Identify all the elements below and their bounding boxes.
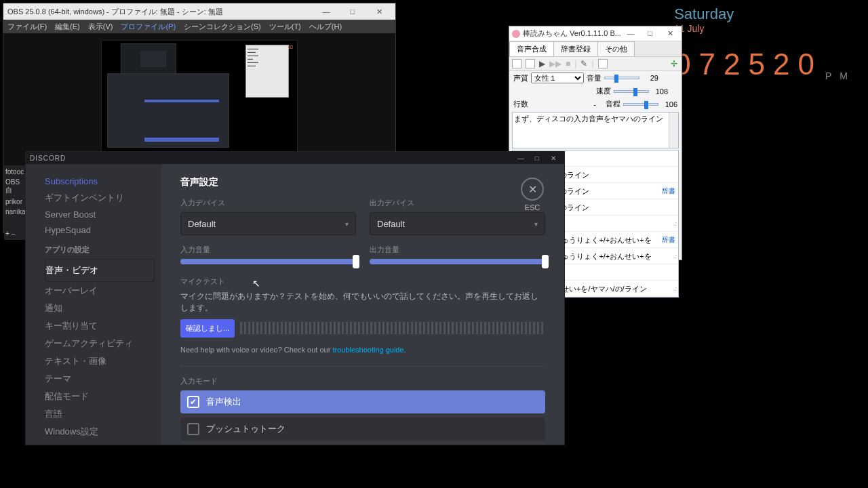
mic-test-button[interactable]: 確認しまし... (180, 319, 235, 338)
speed-value: 108 (652, 87, 668, 96)
sidebar-item[interactable]: ゲームアクティビティ (45, 335, 155, 352)
mic-level-meter (240, 322, 545, 334)
input-mode-voice-activity[interactable]: ✔ 音声検出 (180, 390, 545, 413)
obs-preview: 07 25 20 ▬▬▬▬▬▬▬▬▬▬▬▬▬▬▬▬▬▬▬▬ (101, 40, 298, 155)
obs-sources-list[interactable]: fotooc OBS自 prikor nanika + – (4, 165, 26, 240)
bouyomi-textarea[interactable]: まず、ディスコの入力音声をヤマハのライン (512, 112, 679, 148)
play-icon[interactable]: ▶ (539, 59, 545, 68)
close-icon[interactable]: ✕ (521, 178, 544, 201)
mic-test-label: マイクテスト (180, 277, 545, 287)
input-mode-push-to-talk[interactable]: プッシュトゥトーク (180, 418, 545, 441)
sidebar-item[interactable]: オーバーレイ (45, 282, 155, 300)
discord-titlebar[interactable]: DISCORD — □ ✕ (26, 152, 564, 164)
toolbar-icon[interactable] (526, 59, 535, 68)
toolbar-icon[interactable] (598, 59, 608, 68)
obs-source-item[interactable]: nanika (5, 208, 24, 216)
sidebar-item[interactable]: ギフトインベントリ (45, 189, 155, 207)
volume-label: 音量 (587, 73, 601, 83)
volume-value: 29 (642, 74, 658, 82)
input-device-select[interactable]: Default▾ (180, 212, 356, 235)
obs-close-button[interactable]: ✕ (367, 7, 391, 16)
chevron-down-icon: ▾ (345, 220, 349, 228)
speed-label: 速度 (596, 86, 611, 96)
tab-voice-synth[interactable]: 音声合成 (509, 41, 554, 56)
input-mode-label: 入力モード (180, 376, 545, 386)
sidebar-item[interactable]: Windows設定 (45, 423, 155, 441)
obs-menu-file[interactable]: ファイル(F) (7, 22, 47, 32)
edit-icon[interactable]: ✎ (580, 59, 587, 68)
tab-dictionary[interactable]: 辞書登録 (553, 41, 598, 56)
bouyomi-max-button[interactable]: □ (642, 29, 659, 37)
bouyomi-close-button[interactable]: ✕ (661, 29, 679, 38)
page-title: 音声設定 (180, 176, 545, 188)
obs-source-item[interactable]: OBS自 (5, 178, 24, 195)
voice-label: 声質 (513, 73, 528, 83)
obs-menu-profile[interactable]: プロファイル(P) (121, 22, 176, 32)
sidebar-item[interactable]: 通知 (45, 300, 155, 317)
clock-s: 20 (773, 47, 823, 81)
sidebar-item[interactable]: 配信モード (45, 388, 155, 405)
input-volume-label: 入力音量 (180, 245, 356, 255)
help-text: Need help with voice or video? Check out… (180, 346, 545, 354)
dict-link[interactable]: 辞書 (662, 184, 675, 198)
sidebar-item-voice[interactable]: 音声・ビデオ (45, 259, 155, 282)
bouyomi-min-button[interactable]: — (622, 29, 639, 37)
obs-menu-edit[interactable]: 編集(E) (55, 22, 80, 32)
settings-close[interactable]: ✕ ESC (521, 178, 544, 211)
toolbar-icon[interactable] (512, 59, 521, 68)
obs-add-source-button[interactable]: + (5, 230, 9, 237)
bouyomi-title-text: 棒読みちゃん Ver0.1.11.0 B... (523, 28, 621, 39)
scrollbar[interactable] (669, 113, 678, 148)
clock-date: 11 July (674, 23, 856, 34)
mic-test-desc: マイクに問題がありますか？テストを始め、何でもいいので話してください。声を再生し… (180, 291, 545, 314)
obs-max-button[interactable]: □ (340, 7, 365, 16)
obs-menubar: ファイル(F) 編集(E) 表示(V) プロファイル(P) シーンコレクション(… (3, 20, 395, 33)
obs-source-item[interactable]: prikor (5, 198, 24, 205)
refresh-icon[interactable]: ✢ (669, 59, 679, 68)
bouyomi-tabs: 音声合成 辞書登録 その他 (509, 41, 682, 56)
discord-close-button[interactable]: ✕ (547, 155, 560, 162)
obs-menu-scenes[interactable]: シーンコレクション(S) (184, 22, 261, 32)
sidebar-item[interactable]: Server Boost (45, 207, 155, 222)
sidebar-item[interactable]: キー割り当て (45, 317, 155, 335)
sidebar-item[interactable]: 言語 (45, 405, 155, 423)
checkbox-checked-icon: ✔ (187, 396, 199, 408)
discord-title-text: DISCORD (30, 155, 66, 162)
pitch-value: 106 (661, 100, 677, 108)
discord-max-button[interactable]: □ (530, 155, 544, 162)
stop-icon[interactable]: ■ (566, 59, 570, 68)
speed-slider[interactable] (614, 90, 649, 93)
voice-select[interactable]: 女性１ (531, 73, 584, 83)
bouyomi-titlebar[interactable]: 棒読みちゃん Ver0.1.11.0 B... — □ ✕ (509, 26, 682, 41)
tab-other[interactable]: その他 (597, 41, 635, 56)
troubleshooting-link[interactable]: troubleshooting guide (332, 346, 403, 354)
settings-main: ✕ ESC 音声設定 入力デバイス Default▾ 出力デバイス Defaul… (161, 164, 564, 445)
output-volume-slider[interactable] (370, 259, 545, 264)
obs-titlebar[interactable]: OBS 25.0.8 (64-bit, windows) - プロファイル: 無… (3, 3, 395, 20)
obs-remove-source-button[interactable]: – (12, 230, 16, 237)
sidebar-item[interactable]: HypeSquad (45, 222, 155, 238)
obs-min-button[interactable]: — (314, 7, 338, 16)
sidebar-subscriptions[interactable]: Subscriptions (45, 174, 155, 189)
obs-menu-tools[interactable]: ツール(T) (269, 22, 301, 32)
discord-min-button[interactable]: — (514, 155, 528, 162)
checkbox-empty-icon (187, 423, 199, 435)
sidebar-item[interactable]: テーマ (45, 370, 155, 388)
input-device-label: 入力デバイス (180, 198, 356, 208)
clock-m: 25 (724, 47, 773, 81)
discord-window: DISCORD — □ ✕ Subscriptions ギフトインベントリ Se… (26, 152, 564, 445)
sidebar-item[interactable]: テキスト・画像 (45, 352, 155, 370)
ff-icon[interactable]: ▶▶ (549, 59, 561, 68)
output-device-select[interactable]: Default▾ (370, 212, 545, 235)
settings-sidebar[interactable]: Subscriptions ギフトインベントリ Server Boost Hyp… (26, 164, 161, 445)
bouyomi-app-icon (512, 30, 520, 38)
input-volume-slider[interactable] (180, 259, 356, 264)
obs-menu-help[interactable]: ヘルプ(H) (309, 22, 342, 32)
obs-source-item[interactable]: fotooc (5, 168, 24, 176)
dict-link[interactable]: 辞書 (662, 233, 675, 247)
obs-preview-area[interactable]: 07 25 20 ▬▬▬▬▬▬▬▬▬▬▬▬▬▬▬▬▬▬▬▬ (3, 33, 395, 169)
sidebar-header-app: アプリの設定 (45, 245, 155, 255)
volume-slider[interactable] (604, 77, 639, 79)
obs-menu-view[interactable]: 表示(V) (88, 22, 113, 32)
pitch-slider[interactable] (623, 103, 658, 106)
